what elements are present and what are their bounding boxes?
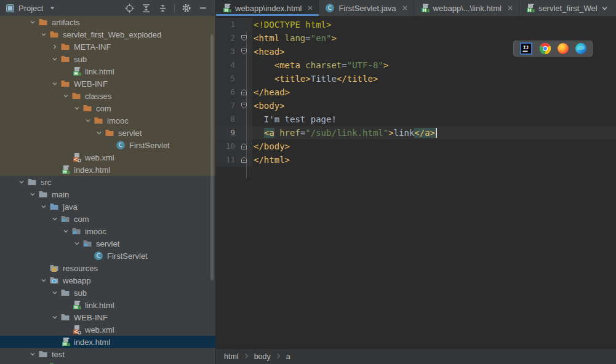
xml-file-icon: < (71, 325, 81, 334)
code-line-7[interactable]: 7<body> (216, 99, 616, 113)
token-tag: </a> (414, 128, 435, 138)
code-line-8[interactable]: 8 I'm test page! (216, 113, 616, 126)
tree-item-index.html[interactable]: Hindex.html (0, 164, 215, 176)
edge-icon[interactable] (575, 43, 586, 54)
chevron-down-icon[interactable] (71, 105, 82, 112)
tree-item-webapp[interactable]: webapp (0, 274, 215, 287)
fold-collapse-icon[interactable] (237, 49, 250, 55)
token-string: "UTF-8" (347, 60, 383, 70)
code-line-9[interactable]: 9 <a href="/sub/link.html">link</a> (216, 126, 616, 140)
chevron-down-icon[interactable] (16, 178, 27, 186)
tree-item-WEB-INF[interactable]: WEB-INF (0, 77, 215, 90)
tree-item-link.html[interactable]: Hlink.html (0, 65, 215, 77)
code-line-11[interactable]: 11</html> (216, 153, 616, 167)
chrome-icon[interactable] (540, 43, 551, 54)
expand-all-icon[interactable] (141, 3, 151, 13)
code-editor[interactable]: 1<!DOCTYPE html>2<html lang="en">3<head>… (216, 16, 616, 349)
class-file-icon: C (94, 251, 103, 261)
html-file-icon: H (60, 165, 70, 175)
fold-end-icon[interactable] (237, 89, 250, 95)
chevron-down-icon[interactable] (27, 350, 38, 358)
tree-item-src[interactable]: src (0, 176, 215, 188)
chevron-down-icon[interactable] (49, 215, 60, 223)
tree-item-test[interactable]: test (0, 348, 215, 360)
token-tag: </head> (254, 87, 290, 97)
locate-icon[interactable] (124, 3, 134, 13)
tree-item-main[interactable]: main (0, 188, 215, 200)
breadcrumb-item-html[interactable]: html (224, 352, 239, 361)
tree-item-sub[interactable]: sub (0, 287, 215, 299)
tree-item-web.xml[interactable]: <web.xml (0, 151, 215, 164)
tab-webapp-link-html[interactable]: Hwebapp\...\link.html (414, 0, 519, 16)
tree-item-link.html[interactable]: Hlink.html (0, 299, 215, 311)
chevron-down-icon[interactable] (27, 191, 38, 198)
tab-firstservlet-java[interactable]: CFirstServlet.java (319, 0, 414, 16)
tree-item-imooc[interactable]: imooc (0, 225, 215, 237)
tree-item-servlet[interactable]: servlet (0, 127, 215, 139)
tree-item-FirstServlet[interactable]: CFirstServlet (0, 139, 215, 151)
tree-item-imooc[interactable]: imooc (0, 114, 215, 127)
code-line-5[interactable]: 5 <title>Title</title> (216, 72, 616, 85)
intellij-idea-icon[interactable]: IJ (519, 42, 533, 55)
tree-item-META-INF[interactable]: META-INF (0, 41, 215, 53)
tree-item-label: FirstServlet (107, 251, 148, 261)
hide-panel-icon[interactable] (198, 3, 208, 13)
chevron-down-icon[interactable] (71, 240, 82, 247)
collapse-all-icon[interactable] (158, 3, 167, 13)
fold-collapse-icon[interactable] (237, 103, 250, 109)
tree-item-partial[interactable] (0, 360, 215, 364)
breadcrumb-item-a[interactable]: a (286, 352, 290, 361)
tree-item-java[interactable]: java (0, 200, 215, 213)
tree-item-label: com (96, 104, 111, 113)
tree-item-artifacts[interactable]: artifacts (0, 16, 215, 28)
chevron-down-icon[interactable] (60, 92, 71, 100)
chevron-down-icon[interactable] (49, 55, 60, 63)
tree-item-sub[interactable]: sub (0, 53, 215, 65)
chevron-down-icon[interactable] (38, 31, 49, 38)
tree-scrollbar[interactable] (210, 34, 214, 280)
hidden-tabs-dropdown[interactable] (597, 0, 616, 16)
tree-item-com[interactable]: com (0, 213, 215, 225)
tree-item-classes[interactable]: classes (0, 90, 215, 102)
close-icon[interactable] (307, 5, 313, 11)
tree-item-com[interactable]: com (0, 102, 215, 114)
chevron-down-icon[interactable] (94, 129, 105, 136)
close-icon[interactable] (507, 5, 513, 11)
tree-item-servlet_first_Web_exploded[interactable]: servlet_first_Web_exploded (0, 28, 215, 41)
chevron-down-icon[interactable] (49, 289, 60, 296)
folder-orange-icon (82, 103, 92, 113)
tree-item-WEB-INF[interactable]: WEB-INF (0, 311, 215, 323)
chevron-down-icon[interactable] (38, 203, 49, 210)
chevron-right-icon[interactable] (49, 43, 60, 50)
settings-icon[interactable] (182, 3, 191, 13)
tab-servlet-first-web-e[interactable]: Hservlet_first_Web_e (519, 0, 597, 16)
fold-end-icon[interactable] (237, 143, 250, 149)
folder-orange-icon (49, 30, 59, 39)
chevron-down-icon[interactable] (49, 80, 60, 87)
tree-item-resources[interactable]: resources (0, 262, 215, 274)
tree-item-web.xml[interactable]: <web.xml (0, 323, 215, 336)
tree-item-index.html[interactable]: Hindex.html (0, 336, 215, 348)
fold-end-icon[interactable] (237, 157, 250, 163)
tree-item-servlet[interactable]: servlet (0, 237, 215, 250)
tree-item-label: servlet_first_Web_exploded (63, 30, 161, 39)
tab-webapp-index-html[interactable]: Hwebapp\index.html (216, 0, 319, 16)
chevron-down-icon[interactable] (49, 314, 60, 321)
code-line-4[interactable]: 4 <meta charset="UTF-8"> (216, 58, 616, 72)
chevron-down-icon[interactable] (38, 277, 49, 284)
folder-orange-icon (60, 42, 70, 52)
firefox-icon[interactable] (558, 43, 569, 54)
chevron-down-icon[interactable] (60, 228, 71, 235)
code-line-1[interactable]: 1<!DOCTYPE html> (216, 18, 616, 31)
chevron-down-icon[interactable] (27, 18, 38, 26)
package-icon (60, 214, 70, 224)
code-line-6[interactable]: 6</head> (216, 85, 616, 99)
project-view-selector[interactable]: Project (5, 3, 55, 13)
code-text: I'm test page! (252, 113, 616, 126)
close-icon[interactable] (402, 5, 408, 11)
fold-collapse-icon[interactable] (237, 35, 250, 41)
chevron-down-icon[interactable] (82, 117, 94, 124)
tree-item-FirstServlet[interactable]: CFirstServlet (0, 250, 215, 262)
breadcrumb-item-body[interactable]: body (254, 352, 271, 361)
code-line-10[interactable]: 10</body> (216, 140, 616, 153)
